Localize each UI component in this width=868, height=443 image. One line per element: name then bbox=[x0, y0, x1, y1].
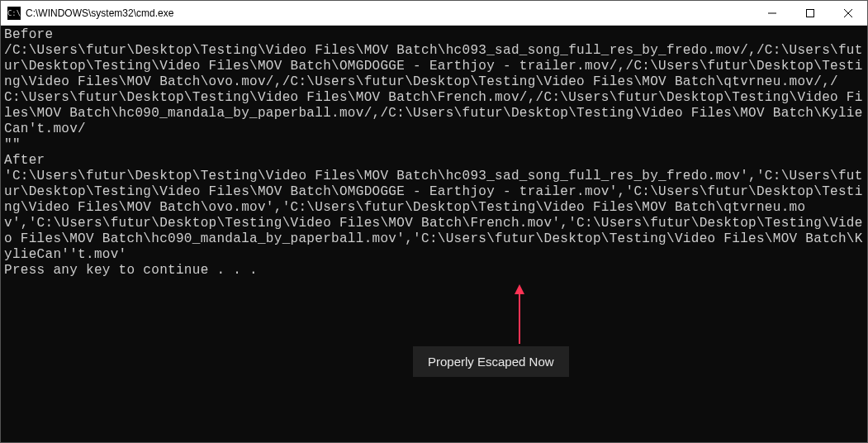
maximize-icon bbox=[806, 9, 814, 17]
minimize-button[interactable] bbox=[753, 1, 791, 25]
maximize-button[interactable] bbox=[791, 1, 829, 25]
cmd-icon: C:\ bbox=[7, 7, 21, 20]
minimize-icon bbox=[768, 9, 776, 17]
close-button[interactable] bbox=[829, 1, 867, 25]
cmd-window: C:\ C:\WINDOWS\system32\cmd.exe Before /… bbox=[0, 0, 868, 443]
window-title: C:\WINDOWS\system32\cmd.exe bbox=[26, 7, 753, 19]
svg-rect-1 bbox=[807, 9, 814, 17]
close-icon bbox=[844, 9, 852, 17]
window-controls bbox=[753, 1, 867, 25]
terminal-output[interactable]: Before /C:\Users\futur\Desktop\Testing\V… bbox=[1, 26, 867, 442]
titlebar[interactable]: C:\ C:\WINDOWS\system32\cmd.exe bbox=[1, 1, 867, 26]
